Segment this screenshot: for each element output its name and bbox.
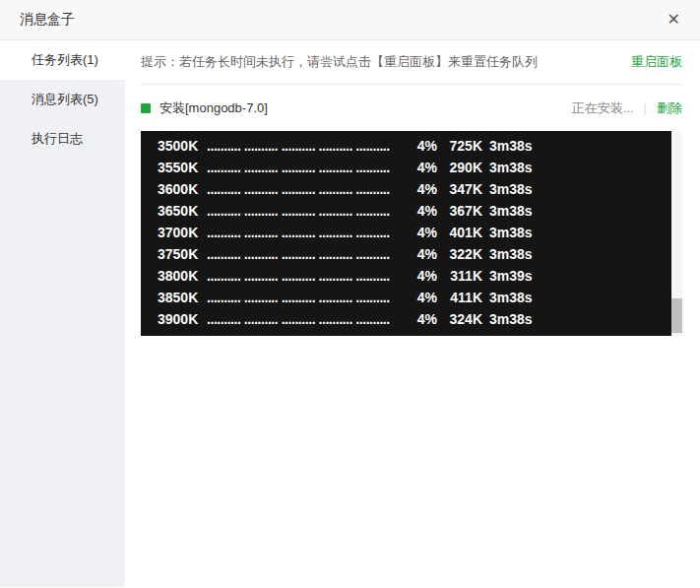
line-progress-dots: .......... .......... .......... .......… — [207, 265, 414, 287]
close-icon[interactable]: ✕ — [668, 12, 680, 28]
line-progress-dots: .......... .......... .......... .......… — [207, 178, 414, 200]
line-kb: 3500K — [158, 135, 207, 157]
line-progress-dots: .......... .......... .......... .......… — [207, 157, 414, 178]
terminal-line: 3750K.......... .......... .......... ..… — [158, 243, 658, 265]
terminal-line: 3900K.......... .......... .......... ..… — [158, 308, 658, 330]
terminal-output[interactable]: 3500K.......... .......... .......... ..… — [141, 131, 682, 336]
terminal-scrollbar-track — [671, 131, 682, 336]
line-kb: 3650K — [158, 200, 207, 222]
line-eta: 3m38s — [489, 157, 533, 178]
line-eta: 3m38s — [489, 308, 533, 330]
line-progress-dots: .......... .......... .......... .......… — [207, 135, 414, 157]
line-percent: 4% — [414, 222, 437, 243]
line-percent: 4% — [414, 178, 437, 200]
terminal-line: 3800K.......... .......... .......... ..… — [158, 265, 658, 287]
line-kb: 3750K — [158, 243, 207, 265]
task-name: 安装[mongodb-7.0] — [159, 99, 268, 117]
line-percent: 4% — [414, 243, 437, 265]
line-kb: 3900K — [158, 308, 207, 330]
restart-panel-link[interactable]: 重启面板 — [631, 53, 682, 71]
sidebar: 任务列表(1)消息列表(5)执行日志 — [0, 40, 125, 587]
line-progress-dots: .......... .......... .......... .......… — [207, 222, 414, 243]
terminal-line: 3500K.......... .......... .......... ..… — [158, 135, 658, 157]
terminal-line: 3650K.......... .......... .......... ..… — [158, 200, 658, 222]
terminal-line: 3700K.......... .......... .......... ..… — [158, 222, 658, 243]
line-eta: 3m38s — [489, 178, 533, 200]
terminal-line: 3550K.......... .......... .......... ..… — [158, 157, 658, 178]
content-area: 提示：若任务长时间未执行，请尝试点击【重启面板】来重置任务队列 重启面板 安装[… — [125, 40, 700, 587]
line-progress-dots: .......... .......... .......... .......… — [207, 308, 414, 330]
message-box-dialog: 消息盒子 ✕ 任务列表(1)消息列表(5)执行日志 提示：若任务长时间未执行，请… — [0, 0, 700, 588]
line-speed: 311K — [437, 265, 482, 287]
line-kb: 3850K — [158, 287, 207, 308]
dialog-header: 消息盒子 ✕ — [0, 0, 700, 40]
delete-task-link[interactable]: 删除 — [657, 99, 682, 117]
terminal-lines: 3500K.......... .......... .......... ..… — [158, 135, 658, 330]
sidebar-item-tasks[interactable]: 任务列表(1) — [0, 40, 125, 80]
terminal-line: 3600K.......... .......... .......... ..… — [158, 178, 658, 200]
line-progress-dots: .......... .......... .......... .......… — [207, 243, 414, 265]
line-percent: 4% — [414, 308, 437, 330]
line-progress-dots: .......... .......... .......... .......… — [207, 287, 414, 308]
line-eta: 3m38s — [489, 222, 533, 243]
line-eta: 3m38s — [489, 243, 533, 265]
line-speed: 322K — [437, 243, 482, 265]
line-speed: 290K — [437, 157, 482, 178]
line-eta: 3m38s — [489, 287, 533, 308]
line-speed: 401K — [437, 222, 482, 243]
line-speed: 725K — [437, 135, 482, 157]
line-speed: 411K — [437, 287, 482, 308]
terminal-line: 3850K.......... .......... .......... ..… — [158, 287, 658, 308]
line-progress-dots: .......... .......... .......... .......… — [207, 200, 414, 222]
task-status-text: 正在安装... — [572, 99, 634, 117]
task-separator: | — [644, 100, 647, 115]
line-percent: 4% — [414, 200, 437, 222]
sidebar-item-logs[interactable]: 执行日志 — [0, 119, 125, 159]
line-percent: 4% — [414, 135, 437, 157]
line-percent: 4% — [414, 157, 437, 178]
line-percent: 4% — [414, 287, 437, 308]
line-kb: 3700K — [158, 222, 207, 243]
task-row: 安装[mongodb-7.0] 正在安装... | 删除 — [141, 85, 682, 131]
line-eta: 3m38s — [489, 200, 533, 222]
line-eta: 3m38s — [489, 135, 533, 157]
dialog-title: 消息盒子 — [20, 11, 75, 29]
line-percent: 4% — [414, 265, 437, 287]
line-kb: 3550K — [158, 157, 207, 178]
line-kb: 3600K — [158, 178, 207, 200]
sidebar-item-messages[interactable]: 消息列表(5) — [0, 80, 125, 119]
dialog-body: 任务列表(1)消息列表(5)执行日志 提示：若任务长时间未执行，请尝试点击【重启… — [0, 40, 700, 587]
terminal-scrollbar-thumb[interactable] — [671, 298, 682, 333]
line-speed: 324K — [437, 308, 482, 330]
line-eta: 3m39s — [489, 265, 533, 287]
tip-row: 提示：若任务长时间未执行，请尝试点击【重启面板】来重置任务队列 重启面板 — [141, 40, 682, 84]
line-kb: 3800K — [158, 265, 207, 287]
task-status-dot — [141, 103, 151, 113]
tip-text: 提示：若任务长时间未执行，请尝试点击【重启面板】来重置任务队列 — [141, 53, 538, 71]
line-speed: 367K — [437, 200, 482, 222]
line-speed: 347K — [437, 178, 482, 200]
